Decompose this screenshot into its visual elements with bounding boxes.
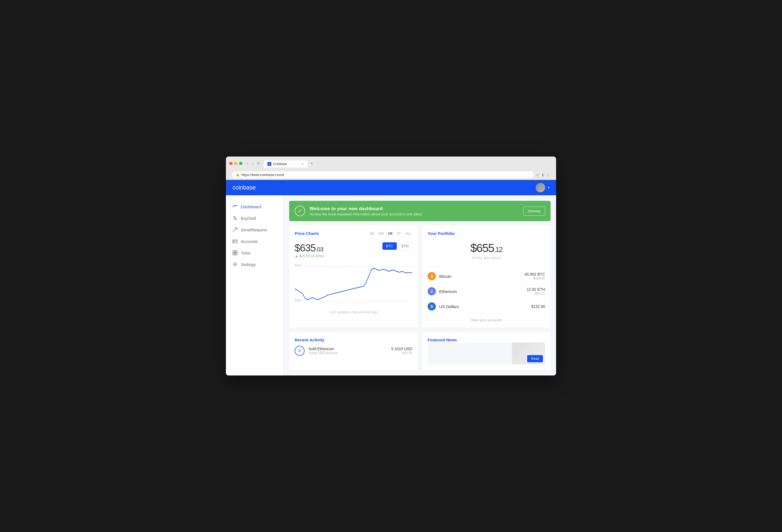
activity-text: Sold Ethereum Using USD Account bbox=[309, 347, 387, 355]
asset-row-btc: ₿ Bitcoin 45.902 BTC $459.02 bbox=[428, 269, 545, 284]
new-tab-button[interactable]: + bbox=[308, 159, 316, 168]
asset-name-eth: Ethereum bbox=[439, 289, 527, 294]
maximize-button[interactable] bbox=[239, 162, 242, 165]
time-filter-1w[interactable]: 1W bbox=[377, 231, 384, 236]
banner-title: Welcome to your new dashboard bbox=[310, 206, 519, 212]
usd-icon: $ bbox=[428, 302, 436, 311]
banner-subtitle: Access the most important information ab… bbox=[310, 212, 519, 216]
time-filter-1y[interactable]: 1Y bbox=[396, 231, 402, 236]
time-filters: 1D 1W 1M 1Y ALL bbox=[369, 231, 412, 236]
price-chart-svg bbox=[295, 263, 412, 308]
svg-rect-0 bbox=[233, 240, 237, 243]
asset-values-eth: 12.82 ETH $64.10 bbox=[527, 287, 545, 295]
bookmark-icon[interactable]: ☆ bbox=[536, 173, 539, 177]
sidebar: Dashboard Buy/Sell Send/Request bbox=[226, 195, 284, 376]
time-filter-all[interactable]: ALL bbox=[404, 231, 412, 236]
news-image: Read bbox=[512, 343, 545, 364]
back-button[interactable]: ‹ bbox=[246, 161, 249, 166]
time-filter-1m[interactable]: 1M bbox=[387, 231, 393, 236]
accounts-icon bbox=[233, 239, 238, 244]
menu-icon[interactable]: ⋮ bbox=[546, 173, 550, 177]
recent-activity-title: Recent Activity bbox=[295, 338, 324, 342]
activity-icon: ↻ bbox=[295, 346, 305, 356]
btc-usd: $459.02 bbox=[525, 277, 545, 280]
currency-tabs: BTC ETH bbox=[383, 242, 412, 250]
btc-icon: ₿ bbox=[428, 272, 436, 280]
sidebar-item-settings[interactable]: Settings bbox=[226, 258, 283, 270]
currency-tab-btc[interactable]: BTC bbox=[383, 242, 397, 250]
cards-row-1: Price Charts 1D 1W 1M 1Y ALL bbox=[289, 225, 550, 328]
browser-tab[interactable]: C Coinbase ✕ bbox=[263, 161, 308, 168]
sidebar-item-accounts[interactable]: Accounts bbox=[226, 236, 283, 247]
portfolio-whole: $655 bbox=[470, 242, 494, 254]
portfolio-divider bbox=[428, 266, 545, 267]
activity-usd: $25.00 bbox=[391, 351, 412, 355]
refresh-button[interactable]: ↻ bbox=[256, 161, 261, 166]
avatar-image bbox=[536, 183, 545, 192]
dismiss-button[interactable]: Dismiss bbox=[523, 207, 545, 216]
app-body: Dashboard Buy/Sell Send/Request bbox=[226, 195, 556, 376]
featured-news-card: Featured News Read bbox=[422, 332, 550, 370]
price-value: $635.03 bbox=[295, 242, 324, 254]
app-container: coinbase ▾ Dashboard bbox=[226, 180, 556, 376]
tab-label: Coinbase bbox=[273, 162, 287, 166]
asset-row-eth: Ξ Ethereum 12.82 ETH $64.10 bbox=[428, 284, 545, 299]
close-button[interactable] bbox=[229, 162, 233, 165]
tab-close-button[interactable]: ✕ bbox=[301, 162, 304, 166]
forward-button[interactable]: › bbox=[251, 161, 254, 166]
svg-rect-4 bbox=[233, 253, 235, 255]
price-decimal: .03 bbox=[316, 246, 323, 253]
price-change: ▲ $25.51 (4.18%) bbox=[295, 254, 324, 258]
portfolio-title: Your Portfolio bbox=[428, 231, 455, 236]
time-filter-1d[interactable]: 1D bbox=[369, 231, 375, 236]
cards-row-2: Recent Activity ↻ Sold Ethereum Using US… bbox=[289, 332, 550, 370]
svg-rect-1 bbox=[233, 242, 235, 242]
featured-news-title: Featured News bbox=[428, 338, 457, 342]
address-bar[interactable]: 🔒 https://beta.coinbase.comd bbox=[232, 171, 534, 178]
main-content: ✓ Welcome to your new dashboard Access t… bbox=[284, 195, 556, 376]
welcome-banner: ✓ Welcome to your new dashboard Access t… bbox=[289, 201, 550, 221]
eth-usd: $64.10 bbox=[527, 292, 545, 295]
asset-values-usd: $132.00 bbox=[531, 304, 545, 309]
dashboard-icon bbox=[233, 204, 238, 209]
eth-amount: 12.82 ETH bbox=[527, 287, 545, 292]
sidebar-item-sendrequest[interactable]: Send/Request bbox=[226, 224, 283, 236]
sendrequest-icon bbox=[233, 227, 238, 232]
tab-favicon: C bbox=[268, 162, 271, 166]
svg-point-6 bbox=[235, 264, 236, 265]
currency-tab-eth[interactable]: ETH bbox=[398, 242, 412, 250]
activity-values: 5.1010 USD $25.00 bbox=[391, 347, 412, 355]
chart-low-label: $595 bbox=[295, 299, 301, 302]
portfolio-decimal: .12 bbox=[494, 245, 502, 254]
info-icon[interactable]: ℹ bbox=[542, 173, 543, 177]
portfolio-card: Your Portfolio $655.12 TOTAL BALANCE ₿ B… bbox=[422, 225, 550, 328]
svg-rect-2 bbox=[233, 251, 235, 252]
sidebar-item-tools[interactable]: Tools bbox=[226, 247, 283, 258]
btc-amount: 45.902 BTC bbox=[525, 272, 545, 277]
lock-icon: 🔒 bbox=[236, 173, 240, 177]
asset-name-usd: US Dollars bbox=[439, 304, 531, 309]
activity-amount: 5.1010 USD bbox=[391, 347, 412, 351]
settings-icon bbox=[233, 262, 238, 267]
price-charts-card: Price Charts 1D 1W 1M 1Y ALL bbox=[289, 225, 418, 328]
tools-icon bbox=[233, 250, 238, 255]
view-accounts-link[interactable]: View your accounts bbox=[428, 318, 545, 322]
news-read-button[interactable]: Read bbox=[527, 355, 543, 362]
price-header: Price Charts 1D 1W 1M 1Y ALL bbox=[295, 231, 412, 240]
activity-item: ↻ Sold Ethereum Using USD Account 5.1010… bbox=[295, 343, 412, 359]
portfolio-label: TOTAL BALANCE bbox=[428, 256, 545, 260]
portfolio-amount: $655.12 bbox=[428, 242, 545, 255]
app-header: coinbase ▾ bbox=[226, 180, 556, 195]
price-charts-title: Price Charts bbox=[295, 231, 319, 236]
app-logo: coinbase bbox=[233, 184, 256, 191]
avatar[interactable] bbox=[536, 183, 545, 192]
asset-name-btc: Bitcoin bbox=[439, 274, 525, 279]
eth-icon: Ξ bbox=[428, 287, 436, 295]
chevron-down-icon[interactable]: ▾ bbox=[548, 186, 549, 189]
portfolio-total: $655.12 TOTAL BALANCE bbox=[428, 236, 545, 266]
chart-container: $643 bbox=[295, 263, 412, 308]
last-updated: Last updated a few seconds ago bbox=[295, 310, 412, 314]
sidebar-item-dashboard[interactable]: Dashboard bbox=[226, 201, 283, 212]
minimize-button[interactable] bbox=[234, 162, 238, 165]
sidebar-item-buysell[interactable]: Buy/Sell bbox=[226, 212, 283, 224]
